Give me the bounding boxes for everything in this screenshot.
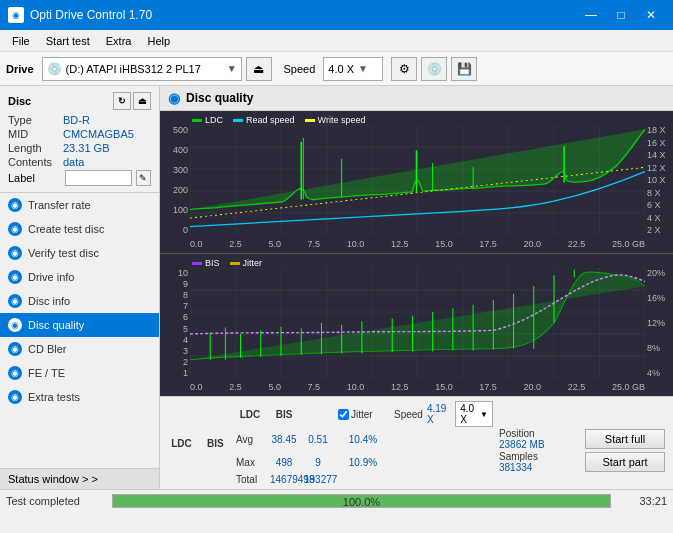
disc-eject-button[interactable]: ⏏	[133, 92, 151, 110]
ldc-col-header: LDC	[236, 409, 264, 420]
menu-help[interactable]: Help	[139, 33, 178, 49]
top-chart-svg	[190, 125, 645, 235]
chart-title: ◉ Disc quality	[160, 86, 673, 111]
config-button[interactable]: ⚙	[391, 57, 417, 81]
read-speed-legend-color	[233, 119, 243, 122]
eject-button[interactable]: ⏏	[246, 57, 272, 81]
menu-start-test[interactable]: Start test	[38, 33, 98, 49]
window-title: Opti Drive Control 1.70	[30, 8, 152, 22]
legend-jitter: Jitter	[230, 258, 263, 268]
x-bot-25: 25.0 GB	[612, 382, 645, 392]
drive-value: (D:) ATAPI iHBS312 2 PL17	[66, 63, 223, 75]
drive-info-icon: ◉	[8, 270, 22, 284]
toolbar: Drive 💿 (D:) ATAPI iHBS312 2 PL17 ▼ ⏏ Sp…	[0, 52, 673, 86]
avg-label: Avg	[236, 434, 264, 445]
maximize-button[interactable]: □	[607, 4, 635, 26]
drive-select[interactable]: 💿 (D:) ATAPI iHBS312 2 PL17 ▼	[42, 57, 242, 81]
chart-title-icon: ◉	[168, 90, 180, 106]
y-right-4pct: 4%	[647, 368, 660, 378]
speed-header-label: Speed	[394, 409, 423, 420]
x-bot-5: 5.0	[268, 382, 281, 392]
nav-fe-te[interactable]: ◉ FE / TE	[0, 361, 159, 385]
start-full-button[interactable]: Start full	[585, 429, 665, 449]
jitter-legend-color	[230, 262, 240, 265]
y-bot-9: 9	[183, 279, 188, 289]
x-bot-10: 10.0	[347, 382, 365, 392]
y-right-12x: 12 X	[647, 163, 666, 173]
ldc-legend-label: LDC	[205, 115, 223, 125]
nav-cd-bler[interactable]: ◉ CD Bler	[0, 337, 159, 361]
app-icon: ◉	[8, 7, 24, 23]
top-chart: LDC Read speed Write speed 500 400 30	[160, 111, 673, 254]
menu-file[interactable]: File	[4, 33, 38, 49]
y-bot-4: 4	[183, 335, 188, 345]
label-icon-button[interactable]: ✎	[136, 170, 151, 186]
x-top-0: 0.0	[190, 239, 203, 249]
nav-create-test-disc[interactable]: ◉ Create test disc	[0, 217, 159, 241]
legend-ldc: LDC	[192, 115, 223, 125]
nav-create-test-disc-label: Create test disc	[28, 223, 104, 235]
x-bot-12.5: 12.5	[391, 382, 409, 392]
close-button[interactable]: ✕	[637, 4, 665, 26]
menu-extra[interactable]: Extra	[98, 33, 140, 49]
disc-header-label: Disc	[8, 95, 31, 107]
disc-button[interactable]: 💿	[421, 57, 447, 81]
x-top-12.5: 12.5	[391, 239, 409, 249]
jitter-checkbox-group: Jitter	[338, 409, 388, 420]
nav-drive-info[interactable]: ◉ Drive info	[0, 265, 159, 289]
bis-legend-color	[192, 262, 202, 265]
nav-disc-quality[interactable]: ◉ Disc quality	[0, 313, 159, 337]
fe-te-icon: ◉	[8, 366, 22, 380]
y-right-8pct: 8%	[647, 343, 660, 353]
nav-disc-quality-label: Disc quality	[28, 319, 84, 331]
max-ldc: 498	[270, 457, 298, 468]
label-label: Label	[8, 172, 61, 184]
avg-jitter: 10.4%	[338, 434, 388, 445]
total-ldc: 14679498	[270, 474, 298, 485]
nav-verify-test-disc[interactable]: ◉ Verify test disc	[0, 241, 159, 265]
x-bot-2.5: 2.5	[229, 382, 242, 392]
y-bot-5: 5	[183, 324, 188, 334]
chart-area: ◉ Disc quality LDC Read speed	[160, 86, 673, 489]
samples-value: 381334	[499, 462, 579, 473]
y-right-8x: 8 X	[647, 188, 661, 198]
save-button[interactable]: 💾	[451, 57, 477, 81]
disc-info-icon: ◉	[8, 294, 22, 308]
x-top-22.5: 22.5	[568, 239, 586, 249]
status-window-button[interactable]: Status window > >	[0, 468, 159, 489]
cd-bler-icon: ◉	[8, 342, 22, 356]
y-right-12pct: 12%	[647, 318, 665, 328]
legend-bis: BIS	[192, 258, 220, 268]
nav-extra-tests[interactable]: ◉ Extra tests	[0, 385, 159, 409]
minimize-button[interactable]: —	[577, 4, 605, 26]
x-bot-20: 20.0	[524, 382, 542, 392]
bis-header: BIS	[203, 438, 228, 449]
disc-refresh-button[interactable]: ↻	[113, 92, 131, 110]
contents-label: Contents	[8, 156, 63, 168]
jitter-legend-label: Jitter	[243, 258, 263, 268]
y-top-500: 500	[173, 125, 188, 135]
start-part-button[interactable]: Start part	[585, 452, 665, 472]
stats-bar: LDC BIS LDC BIS Jitter	[160, 396, 673, 489]
nav-disc-info[interactable]: ◉ Disc info	[0, 289, 159, 313]
nav-fe-te-label: FE / TE	[28, 367, 65, 379]
mid-value: CMCMAGBA5	[63, 128, 134, 140]
chart-title-text: Disc quality	[186, 91, 253, 105]
transfer-rate-icon: ◉	[8, 198, 22, 212]
y-right-2x: 2 X	[647, 225, 661, 235]
position-label: Position	[499, 428, 579, 439]
samples-label: Samples	[499, 451, 579, 462]
legend-read-speed: Read speed	[233, 115, 295, 125]
disc-quality-icon: ◉	[8, 318, 22, 332]
y-bot-7: 7	[183, 301, 188, 311]
x-top-20: 20.0	[524, 239, 542, 249]
y-right-18x: 18 X	[647, 125, 666, 135]
max-jitter: 10.9%	[338, 457, 388, 468]
label-input[interactable]	[65, 170, 132, 186]
speed-dropdown[interactable]: 4.0 X ▼	[455, 401, 493, 427]
nav-transfer-rate[interactable]: ◉ Transfer rate	[0, 193, 159, 217]
speed-select[interactable]: 4.0 X ▼	[323, 57, 383, 81]
y-right-6x: 6 X	[647, 200, 661, 210]
write-speed-legend-label: Write speed	[318, 115, 366, 125]
jitter-checkbox[interactable]	[338, 409, 349, 420]
